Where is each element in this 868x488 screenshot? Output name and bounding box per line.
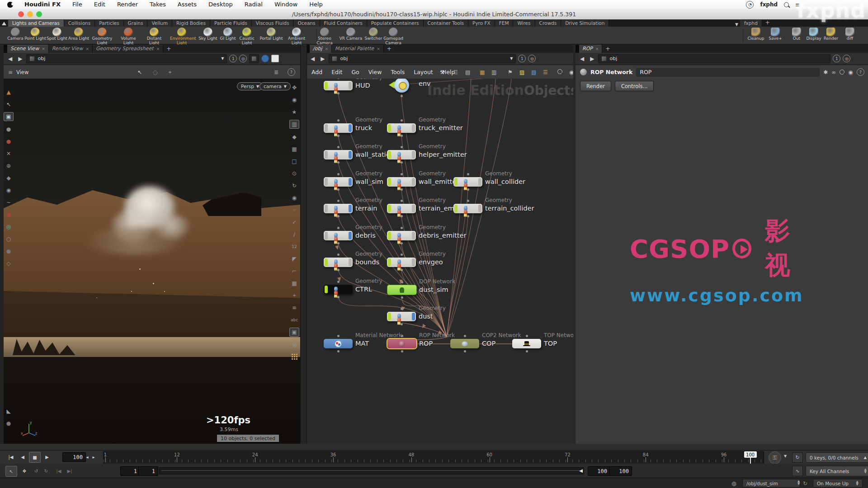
viewport-tool-icon[interactable]: ● [4, 123, 13, 135]
controls-button[interactable]: Controls... [615, 81, 654, 91]
spinner-icon[interactable]: ▲▼ [797, 480, 800, 485]
snap-cube-icon[interactable] [249, 54, 259, 63]
shelf-tab-fluid-containers[interactable]: Fluid Containers [320, 20, 367, 27]
node-display-flag[interactable] [412, 178, 415, 186]
node-display-flag[interactable] [349, 258, 352, 266]
shelf-tool-spot-light[interactable]: Spot Light [45, 27, 69, 41]
refresh-icon[interactable]: ↻ [803, 480, 807, 487]
pan-mode-button[interactable]: ✥ [19, 466, 30, 476]
apple-menu-icon[interactable] [7, 2, 13, 8]
node-wall_collider[interactable]: Geometrywall_collider [453, 177, 482, 187]
viewport-tool-icon[interactable]: ◣ [4, 405, 13, 417]
pane-splitter[interactable] [573, 44, 576, 444]
tree-view-icon[interactable]: ⋿ [453, 69, 458, 75]
viewport-side-icon[interactable]: ⊙ [290, 167, 299, 179]
step-forward-button[interactable]: ▸ [90, 452, 97, 462]
shelf-tool-environment-light[interactable]: Environment Light [170, 27, 193, 46]
node-TOP[interactable]: TOP NetworkTOP [512, 339, 541, 348]
node-wall_sim[interactable]: Geometrywall_sim [324, 177, 353, 187]
shelf-tool-portal-light[interactable]: Portal Light [259, 27, 283, 41]
close-icon[interactable]: × [377, 45, 380, 53]
list-view-icon[interactable]: ▤ [465, 69, 470, 75]
search-icon[interactable] [840, 70, 844, 75]
network-menu-edit[interactable]: Edit [331, 69, 342, 75]
pointer-mode-button[interactable]: ↖ [5, 466, 17, 477]
back-icon[interactable]: ◀ [6, 56, 14, 62]
viewport-tool-icon[interactable]: ○ [4, 233, 13, 245]
range-start-sub-field[interactable]: 1 [138, 466, 158, 476]
menu-radial[interactable]: Radial [239, 0, 269, 9]
help-icon[interactable]: ? [288, 68, 295, 76]
node-HUD[interactable]: GeometryHUD [324, 81, 353, 90]
viewport-side-icon[interactable]: ⌐ [290, 265, 299, 277]
radar-icon[interactable]: ◎ [239, 55, 247, 62]
params-path-field[interactable]: obj [598, 54, 830, 63]
sticky-note-icon[interactable]: ▨ [519, 69, 524, 75]
node-terrain_emitter[interactable]: Geometryterrain_emitter [387, 204, 416, 213]
back-icon[interactable]: ◀ [578, 56, 586, 62]
viewport-side-icon[interactable]: ✓ [290, 216, 299, 228]
viewport-side-icon[interactable]: / [290, 228, 299, 240]
timeline-ruler[interactable]: 100 11224364860728496 [103, 451, 764, 464]
node-debris_emitter[interactable]: Geometrydebris_emitter [387, 231, 416, 240]
scoped-channels-icon[interactable]: ↻ [792, 452, 803, 463]
viewport-tool-icon[interactable]: ↖ [4, 98, 13, 110]
node-template-flag[interactable] [325, 124, 328, 132]
menu-edit[interactable]: Edit [88, 0, 111, 9]
shelf-add-tab-button[interactable]: + [762, 19, 773, 27]
node-template-flag[interactable] [325, 178, 328, 186]
pane-splitter[interactable] [300, 44, 307, 444]
node-template-flag[interactable] [325, 286, 328, 293]
search-icon[interactable] [557, 69, 562, 75]
tab-scene-view[interactable]: Scene View× [7, 45, 49, 53]
flag-badges-icon[interactable]: ⚑ [508, 69, 513, 75]
node-display-flag[interactable] [412, 258, 415, 266]
network-menu-layout[interactable]: Layout [414, 69, 433, 75]
network-path-field[interactable]: obj ▼ [329, 54, 516, 63]
shelf-tool-distant-light[interactable]: Distant Light [142, 27, 166, 46]
node-template-flag[interactable] [325, 205, 328, 212]
chevron-down-icon[interactable]: ▼ [782, 454, 788, 458]
jump-to-start-button[interactable]: |◀ [5, 452, 16, 462]
pane-menu-icon[interactable]: ≡ [8, 69, 13, 75]
scene-viewport[interactable]: Persp▼ camera▼ >120fps 3.59ms 10 objects… [4, 79, 300, 444]
viewport-tool-icon[interactable]: ⊕ [4, 160, 13, 172]
params-node-name-field[interactable]: ROP [636, 68, 820, 77]
undo-range-icon[interactable]: ↺ [31, 466, 42, 476]
viewport-count-badge[interactable]: 1 [833, 55, 840, 62]
redo-range-icon[interactable]: ↻ [41, 466, 52, 476]
forward-icon[interactable]: ▶ [319, 56, 326, 62]
viewport-side-icon[interactable]: ≡ [290, 301, 299, 314]
close-icon[interactable]: × [42, 45, 45, 53]
viewport-side-icon[interactable]: ✥ [290, 81, 299, 94]
key-all-channels-button[interactable]: Key All Channels▲▼ [806, 466, 868, 476]
node-display-flag[interactable] [412, 232, 415, 239]
shelf-tool-caustic-light[interactable]: Caustic Light [235, 27, 259, 46]
node-terrain_collider[interactable]: Geometryterrain_collider [453, 204, 482, 213]
node-template-flag[interactable] [388, 258, 391, 266]
shelf-tab-drive-simulation[interactable]: Drive Simulation [561, 20, 609, 27]
node-truck_emitter[interactable]: Geometrytruck_emitter [387, 123, 416, 133]
tab-geometry-spreadsheet[interactable]: Geometry Spreadsheet× [93, 45, 163, 53]
channel-wave-icon[interactable]: ∿ [792, 466, 803, 476]
play-reverse-button[interactable]: ◀ [17, 452, 28, 462]
node-display-flag[interactable] [478, 178, 481, 186]
menu-window[interactable]: Window [269, 0, 303, 9]
shelf-expand-icon[interactable] [2, 22, 6, 25]
tab-rop[interactable]: ROP× [579, 45, 602, 53]
shelf-more-icon[interactable]: ▼ [733, 22, 740, 27]
shelf-tool-geometry-light[interactable]: Geometry Light [90, 27, 114, 46]
link-icon[interactable]: ∞ [831, 69, 836, 75]
shelf-tab-oceans[interactable]: Oceans [293, 20, 320, 27]
gear-icon[interactable]: ✱ [823, 69, 828, 75]
network-editor-canvas[interactable]: Indie Edition Objects GeometryHUDEnviron… [306, 79, 573, 444]
node-template-flag[interactable] [325, 151, 328, 159]
globe-icon[interactable]: ◍ [731, 480, 736, 487]
node-MAT[interactable]: Material NetworkMAT [324, 339, 353, 348]
node-ROP[interactable]: ROP NetworkROP [387, 339, 416, 348]
left-pane-add-tab[interactable]: + [163, 45, 174, 53]
node-display-flag[interactable] [412, 205, 415, 212]
viewport-tool-icon[interactable]: ● [4, 135, 13, 147]
node-template-flag[interactable] [388, 151, 391, 159]
shelf-tab-populate-containers[interactable]: Populate Containers [367, 20, 424, 27]
